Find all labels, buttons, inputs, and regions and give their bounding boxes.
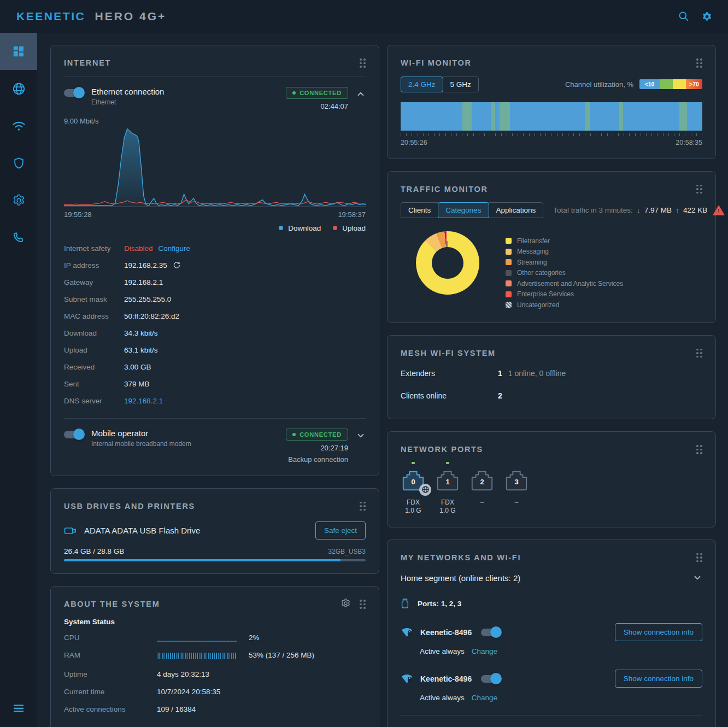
card-title-usb: USB DRIVES AND PRINTERS (64, 500, 195, 511)
drag-handle-icon[interactable] (696, 183, 702, 194)
mesh-card: MESH WI-FI SYSTEM Extenders11 online, 0 … (387, 335, 716, 420)
port-activity-led (412, 462, 415, 464)
wifi-monitor-card: WI-FI MONITOR 2.4 GHz 5 GHz Channel util… (387, 45, 716, 159)
drag-handle-icon[interactable] (696, 551, 702, 562)
tab-applications[interactable]: Applications (489, 202, 544, 218)
tab-5-ghz[interactable]: 5 GHz (443, 77, 479, 92)
wifi-network-row: Keenetic-8496Show connection info (401, 670, 702, 688)
warning-icon[interactable]: ! (713, 205, 725, 216)
cpu-value: 2% (249, 634, 260, 642)
detail-row: Received3.00 GB (64, 359, 366, 376)
traffic-legend-item[interactable]: Streaming (506, 257, 623, 268)
detail-row: Upload63.1 kbit/s (64, 342, 366, 359)
detail-value[interactable]: 192.168.2.1 (124, 397, 163, 405)
mobile-toggle[interactable] (64, 431, 84, 438)
traffic-donut-chart (416, 231, 479, 295)
up-arrow-icon: ↑ (676, 206, 679, 215)
channel-utilization-strip (401, 102, 702, 131)
sidebar-item-security[interactable] (0, 144, 37, 181)
wifi-ssid: Keenetic-8496 (420, 628, 472, 637)
brand-secondary: HERO 4G+ (95, 10, 167, 22)
shield-icon (12, 156, 26, 170)
sidebar-item-management[interactable] (0, 181, 37, 219)
sidebar-menu-toggle[interactable] (0, 690, 37, 727)
chevron-down-icon[interactable] (692, 573, 702, 583)
card-title-about: ABOUT THE SYSTEM (64, 597, 160, 608)
status-badge: CONNECTED (286, 87, 348, 99)
sidebar-item-dashboard[interactable] (0, 33, 37, 70)
traffic-legend-item[interactable]: Uncategorized (506, 300, 623, 310)
internet-details: Internet safetyDisabledConfigureIP addre… (64, 240, 366, 409)
card-title-traffic-monitor: TRAFFIC MONITOR (401, 183, 488, 194)
strip-x-start: 20:55:26 (401, 139, 427, 146)
segment-header[interactable]: Home segment (online clients: 2) (401, 573, 702, 583)
traffic-legend-item[interactable]: Advertisement and Analytic Services (506, 278, 623, 289)
sidebar-item-wireless[interactable] (0, 107, 37, 144)
internet-card: INTERNET Ethernet connection Ethernet CO… (50, 45, 379, 476)
card-settings-icon[interactable] (340, 598, 351, 608)
dashboard-icon (11, 44, 26, 58)
port-status: FDX1.0 G (401, 499, 426, 515)
tab-clients[interactable]: Clients (401, 202, 438, 218)
traffic-monitor-card: TRAFFIC MONITOR Clients Categories Appli… (387, 171, 716, 323)
traffic-legend-item[interactable]: Other categories (506, 268, 623, 279)
system-info-row: Active connections109 / 16384 (64, 701, 366, 718)
detail-row: Gateway192.168.2.1 (64, 274, 366, 291)
detail-value: 50:ff:20:82:26:d2 (124, 312, 179, 320)
ethernet-toggle[interactable] (64, 89, 84, 97)
brand-primary: KEENETIC (16, 10, 85, 22)
traffic-up-value: 422 KB (683, 206, 707, 214)
detail-row: Download34.3 kbit/s (64, 325, 366, 342)
traffic-tabs: Clients Categories Applications (401, 202, 543, 218)
port-status: – (469, 499, 495, 515)
drag-handle-icon[interactable] (696, 443, 702, 454)
drag-handle-icon[interactable] (360, 500, 366, 511)
change-link[interactable]: Change (472, 647, 497, 655)
settings-gear-icon[interactable] (700, 9, 714, 24)
legend-item[interactable]: Download (279, 224, 321, 232)
system-info-rows: Uptime4 days 20:32:13Current time10/7/20… (64, 666, 366, 718)
change-link[interactable]: Change (472, 694, 497, 702)
traffic-legend-item[interactable]: Filetransfer (506, 236, 623, 247)
drag-handle-icon[interactable] (360, 597, 366, 609)
mesh-row: Clients online2 (401, 384, 702, 407)
detail-row: Subnet mask255.255.255.0 (64, 291, 366, 308)
configure-link[interactable]: Configure (158, 244, 191, 253)
safe-eject-button[interactable]: Safe eject (315, 521, 366, 540)
legend-item[interactable]: Upload (333, 224, 366, 232)
chevron-up-icon[interactable] (356, 89, 366, 99)
sidebar-item-internet[interactable] (0, 70, 37, 107)
show-connection-info-button[interactable]: Show connection info (615, 623, 702, 641)
traffic-legend-item[interactable]: Messaging (506, 247, 623, 257)
chevron-down-icon[interactable] (356, 431, 366, 441)
show-connection-info-button[interactable]: Show connection info (615, 670, 702, 688)
drag-handle-icon[interactable] (696, 347, 702, 358)
wifi-toggle[interactable] (481, 629, 501, 636)
wifi-schedule: Active always (420, 694, 465, 702)
drag-handle-icon[interactable] (696, 56, 702, 68)
wifi-schedule-row: Active alwaysChange (420, 647, 702, 655)
gear-icon (12, 194, 26, 207)
connection-subtitle: Internal mobile broadband modem (91, 440, 286, 448)
wifi-toggle[interactable] (481, 675, 501, 683)
card-title-ports: NETWORK PORTS (401, 443, 483, 454)
wifi-lock-icon (401, 626, 413, 638)
sidebar-item-support[interactable] (0, 219, 37, 256)
tab-categories[interactable]: Categories (438, 202, 489, 218)
tab-2-4-ghz[interactable]: 2.4 GHz (401, 77, 443, 92)
network-port-3: 3– (504, 462, 529, 515)
traffic-legend-item[interactable]: Enterprise Services (506, 289, 623, 300)
internet-traffic-chart (64, 126, 366, 207)
ports-row: 0FDX1.0 G1FDX1.0 G2–3– (401, 462, 702, 515)
usb-drive-icon (64, 526, 77, 535)
wifi-icon (11, 119, 26, 133)
utilization-color-scale: <10>70 (639, 79, 702, 89)
port-number: 3 (504, 478, 529, 486)
mesh-rows: Extenders11 online, 0 offlineClients onl… (401, 362, 702, 407)
drag-handle-icon[interactable] (360, 56, 366, 68)
refresh-icon[interactable] (172, 261, 181, 269)
brand-logo: KEENETIC HERO 4G+ (16, 10, 166, 23)
search-icon[interactable] (677, 9, 691, 24)
top-bar: KEENETIC HERO 4G+ (0, 0, 728, 33)
port-status: FDX1.0 G (435, 499, 460, 515)
